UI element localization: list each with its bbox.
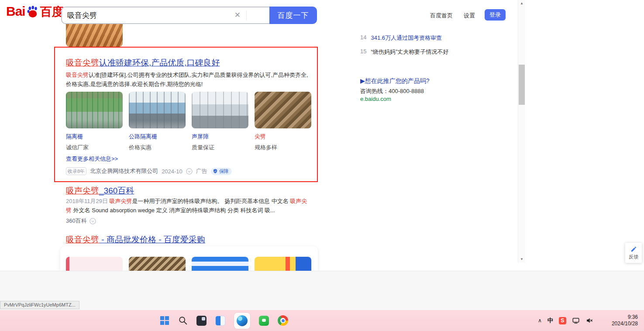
hot-list-item: 15 “烧伤妈妈”丈夫称妻子情况不好 [360,48,448,56]
ad-card-image[interactable] [66,92,123,128]
result2-source-name[interactable]: 360百科 [66,217,87,225]
below-page-area [0,271,644,310]
promo-hotline: 咨询热线：400-800-8888 [360,87,424,95]
search-box: ✕ [61,7,269,24]
previous-result-partial-image[interactable] [66,24,123,47]
ad-desc-highlight: 吸音尖劈 [66,72,89,78]
status-tooltip: PvMrVPqJzliFWc1yUeMp6MTZ... [0,301,79,309]
system-tray: ∧ 中 S [538,310,593,331]
hot-link[interactable]: “烧伤妈妈”丈夫称妻子情况不好 [371,48,448,56]
result2-desc-mid: 是一种用于消声室的特殊吸声结构。 扬判距亮基本信息 中文名 [132,198,290,204]
hot-rank: 15 [360,48,366,56]
result-options-icon[interactable] [90,218,96,224]
product-image[interactable] [192,257,248,271]
ad-card-label[interactable]: 尖劈 [255,133,311,141]
shield-icon [213,169,218,174]
page-scrollbar[interactable]: ▲ ▼ [518,0,525,262]
scrollbar-thumb[interactable] [519,65,525,105]
ad-card-sound-barrier[interactable]: 声屏障 质量保证 [192,92,248,152]
result-options-icon[interactable] [186,168,193,175]
promote-products-link[interactable]: ▶想在此推广您的产品吗? [360,77,430,85]
result2-title-highlight: 吸声尖劈 [66,186,99,195]
ad-card-label[interactable]: 声屏障 [192,133,248,141]
ad-card-image[interactable] [255,92,311,128]
windows-taskbar: ∧ 中 S 9:36 2024/10/28 [0,310,644,331]
search-button[interactable]: 百度一下 [269,7,317,24]
ad-card-label[interactable]: 隔离栅 [66,133,123,141]
ad-card-subtitle: 价格实惠 [129,144,186,152]
clock-time: 9:36 [612,314,638,321]
chrome-icon[interactable] [278,315,288,326]
ad-card-image[interactable] [192,92,248,128]
task-view-pane [202,317,205,321]
edge-browser-icon[interactable] [237,315,248,326]
ime-indicator-icon[interactable]: 中 [548,317,553,324]
result2-desc-highlight: 吸声尖劈 [110,198,132,204]
chrome-core [282,319,285,322]
ad-card-highway-fence[interactable]: 公路隔离栅 价格实惠 [129,92,186,152]
blue-white-panels-icon[interactable] [215,316,225,326]
screen: { "colors": { "accent": "#4e6ef2", "link… [0,0,644,331]
ad-desc-rest: 认准[骄建环保],公司拥有专业的技术团队,实力和产品质量获得业界的认可,产品种类… [66,72,308,87]
active-app-highlight[interactable] [234,313,250,329]
volume-muted-icon[interactable] [585,317,593,324]
task-view-icon[interactable] [196,316,207,326]
paw-icon [26,5,40,19]
product-image[interactable] [66,257,123,271]
scroll-up-icon[interactable]: ▲ [518,0,525,7]
result2-title-rest: _360百科 [99,186,134,195]
scroll-down-icon[interactable]: ▼ [518,256,525,262]
nav-baidu-home[interactable]: 百度首页 [430,12,453,20]
feedback-label: 反馈 [629,254,638,260]
result2-source-row: 360百科 [66,217,96,225]
sogou-input-icon[interactable]: S [559,317,566,324]
login-button[interactable]: 登录 [485,9,506,21]
ad-result-title[interactable]: 吸音尖劈认准骄建环保,产品优质,口碑良好 [66,57,220,68]
product-image[interactable] [129,257,186,271]
logo-cn-text: 百度 [40,5,64,19]
pencil-icon [630,246,637,252]
taskbar-clock[interactable]: 9:36 2024/10/28 [612,314,638,327]
promo-url[interactable]: e.baidu.com [360,96,391,102]
ad-result-description: 吸音尖劈认准[骄建环保],公司拥有专业的技术团队,实力和产品质量获得业界的认可,… [66,70,310,89]
baidu-logo[interactable]: Bai 百度 [6,4,64,19]
result2-desc-tail: 外文名 Sound absorption wedge 定义 消声室的特殊吸声结构… [72,207,275,214]
guarantee-badge[interactable]: 保障 [211,168,232,175]
nav-settings[interactable]: 设置 [464,12,475,20]
search-input[interactable] [67,8,231,23]
ad-card-label[interactable]: 公路隔离栅 [129,133,186,141]
more-info-link[interactable]: 查看更多相关信息>> [66,155,118,163]
ad-source-name[interactable]: 北京企腾网络技术有限公司 [90,167,158,175]
result3-title-highlight: 吸音尖劈 [66,235,99,244]
hot-list-item: 14 341.6万人通过国考资格审查 [360,34,442,42]
chevron-up-icon[interactable]: ∧ [538,317,542,324]
result2-title[interactable]: 吸声尖劈_360百科 [66,185,134,196]
taskbar-search-icon[interactable] [178,316,188,325]
chrome-ring [280,318,286,323]
ad-card-subtitle: 规格多样 [255,144,311,152]
hot-link[interactable]: 341.6万人通过国考资格审查 [371,34,442,42]
taskbar-center-icons [160,310,288,331]
ad-title-rest: 认准骄建环保,产品优质,口碑良好 [99,58,220,67]
indexed-age-badge: 收录8年 [66,167,86,175]
result3-title-rest: - 商品批发价格 - 百度爱采购 [99,235,205,244]
ad-card-image[interactable] [129,92,186,128]
baidu-header: Bai 百度 ✕ 百度一下 百度首页 设置 登录 [0,0,517,24]
cast-screen-icon[interactable] [572,317,580,324]
result3-card [60,246,318,271]
ad-card-fence[interactable]: 隔离栅 诚信厂家 [66,92,123,152]
green-app-icon[interactable] [259,316,269,326]
search-divider [246,10,247,20]
clear-search-icon[interactable]: ✕ [234,10,241,20]
windows-start-icon[interactable] [160,316,169,325]
ad-card-subtitle: 质量保证 [192,144,248,152]
ad-card-wedge[interactable]: 尖劈 规格多样 [255,92,311,152]
feedback-button[interactable]: 反馈 [625,243,642,263]
guarantee-label: 保障 [219,168,229,175]
ad-date: 2024-10 [162,168,183,175]
ad-title-highlight: 吸音尖劈 [66,58,99,67]
product-image[interactable] [255,257,311,271]
result3-title[interactable]: 吸音尖劈 - 商品批发价格 - 百度爱采购 [66,234,205,245]
ad-meta-row: 收录8年 北京企腾网络技术有限公司 2024-10 广告 保障 [66,167,232,175]
ad-card-subtitle: 诚信厂家 [66,144,123,152]
